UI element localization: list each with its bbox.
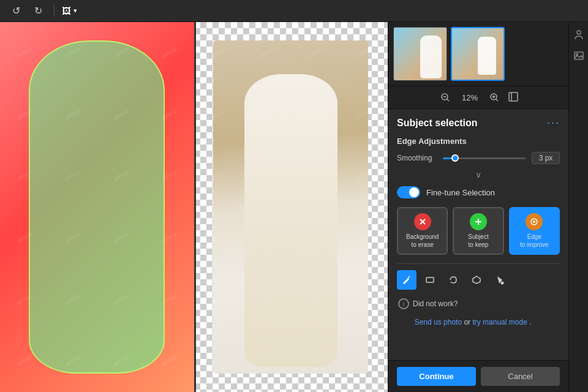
subject-keep-icon	[470, 213, 487, 230]
undo-button[interactable]: ↺	[7, 2, 24, 20]
subject-keep-button[interactable]: Subject to keep	[453, 207, 503, 255]
continue-button[interactable]: Continue	[397, 367, 476, 386]
canvas-divider	[194, 22, 196, 392]
canvas-area: inPixio inPixio inPixio inPixio inPixio …	[0, 22, 388, 392]
svg-point-14	[533, 221, 535, 223]
svg-line-15	[408, 276, 410, 278]
thumb-person-shape	[420, 36, 442, 78]
svg-marker-17	[473, 276, 480, 284]
smoothing-slider-row: Smoothing 3 px	[397, 152, 560, 164]
thumbnail-1[interactable]	[393, 27, 447, 81]
svg-rect-16	[426, 277, 434, 282]
cancel-button[interactable]: Cancel	[481, 367, 560, 386]
did-not-work-text: Did not work?	[413, 300, 458, 308]
fill-tool-button[interactable]	[490, 270, 510, 290]
image-tool-button[interactable]: 🖼 ▾	[62, 6, 77, 16]
canvas-left[interactable]: inPixio inPixio inPixio inPixio inPixio …	[0, 22, 194, 392]
side-image-icon-button[interactable]	[571, 48, 587, 64]
slider-thumb[interactable]	[451, 154, 459, 162]
side-icons-panel	[568, 22, 588, 392]
manual-mode-link[interactable]: try manual mode	[472, 318, 527, 326]
links-row: Send us photo or try manual mode .	[397, 318, 560, 326]
tool-icons-row	[397, 263, 560, 290]
smoothing-label: Smoothing	[397, 154, 437, 162]
zoom-in-button[interactable]	[487, 90, 502, 105]
zoom-fit-button[interactable]	[508, 91, 519, 104]
image-icon: 🖼	[62, 6, 71, 16]
toggle-knob	[409, 187, 419, 197]
zoom-out-button[interactable]	[438, 90, 453, 105]
canvas-right[interactable]: inPixio inPixio inPixio inPixio inPixio …	[194, 22, 388, 392]
image-dropdown-chevron: ▾	[74, 7, 77, 15]
subject-keep-label: Subject to keep	[468, 233, 488, 249]
or-text: or	[464, 318, 472, 326]
subject-green-overlay	[29, 40, 165, 374]
svg-line-4	[496, 99, 499, 102]
svg-point-21	[576, 54, 578, 56]
svg-line-1	[447, 99, 450, 102]
fine-tune-label: Fine-tune Selection	[426, 188, 495, 197]
svg-point-19	[577, 31, 581, 34]
polygon-tool-button[interactable]	[467, 270, 486, 290]
chevron-down-icon: ∨	[475, 170, 481, 179]
action-buttons-row: Background to erase Subject to keep	[397, 207, 560, 255]
panel-title: Subject selection	[397, 118, 478, 129]
right-panel: 12% Subject selection ···	[388, 22, 568, 392]
svg-rect-7	[509, 92, 518, 101]
side-person-icon-button[interactable]	[571, 27, 587, 43]
panel-header: Subject selection ···	[397, 116, 560, 129]
toolbar: ↺ ↻ 🖼 ▾	[0, 0, 588, 22]
redo-button[interactable]: ↻	[29, 2, 47, 20]
edge-improve-label: Edge to improve	[520, 233, 549, 249]
preview-strip	[388, 22, 568, 86]
info-icon: i	[398, 298, 409, 309]
more-options-button[interactable]: ···	[547, 116, 560, 129]
fine-tune-toggle[interactable]	[397, 186, 420, 198]
background-erase-label: Background to erase	[406, 233, 439, 249]
main-area: inPixio inPixio inPixio inPixio inPixio …	[0, 22, 588, 392]
smoothing-value: 3 px	[532, 152, 560, 164]
subject-selection-panel: Subject selection ··· Edge Adjustments S…	[388, 109, 568, 360]
background-erase-button[interactable]: Background to erase	[397, 207, 448, 255]
bottom-buttons: Continue Cancel	[388, 360, 568, 392]
rectangle-tool-button[interactable]	[420, 270, 440, 290]
background-erase-icon	[414, 213, 431, 230]
svg-point-18	[501, 282, 504, 285]
edge-improve-button[interactable]: Edge to improve	[509, 207, 560, 255]
photo-preview-right	[213, 40, 368, 374]
thumb-beach-img	[394, 28, 447, 81]
smoothing-slider[interactable]	[443, 157, 526, 159]
zoom-bar: 12%	[388, 86, 568, 109]
person-body-shape	[244, 74, 337, 367]
did-not-work-row: i Did not work?	[397, 298, 560, 309]
edge-adjustments-label: Edge Adjustments	[397, 137, 560, 146]
fine-tune-toggle-row: Fine-tune Selection	[397, 186, 560, 198]
thumbnail-2-active[interactable]	[451, 27, 505, 81]
toolbar-separator	[54, 5, 55, 17]
brush-tool-button[interactable]	[397, 270, 417, 290]
send-photo-link[interactable]: Send us photo	[415, 318, 462, 326]
period: .	[529, 318, 531, 326]
edge-improve-icon	[526, 213, 543, 230]
zoom-value: 12%	[459, 93, 481, 102]
expand-collapse-button[interactable]: ∨	[397, 169, 560, 180]
lasso-tool-button[interactable]	[443, 270, 463, 290]
